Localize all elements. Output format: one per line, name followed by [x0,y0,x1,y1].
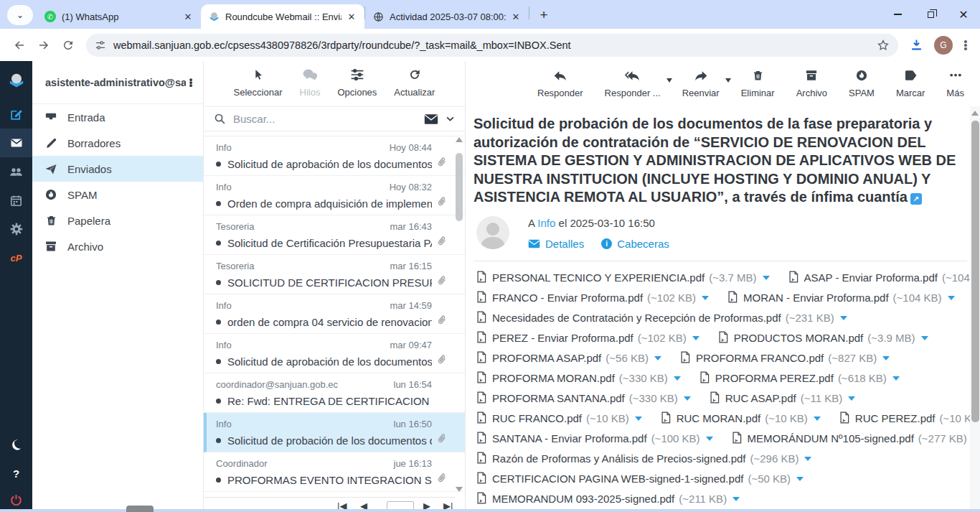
attachment-dropdown-icon[interactable] [796,477,804,481]
eliminarbutton[interactable]: Eliminar [741,68,775,106]
back-button[interactable] [7,33,32,57]
headers-link[interactable]: i Cabeceras [601,238,669,250]
attachment-name[interactable]: PERSONAL TECNICO Y EXPERIENCIA.pdf [492,271,705,284]
attachment-dropdown-icon[interactable] [674,376,681,381]
attachment-dropdown-icon[interactable] [702,296,709,300]
list-scrollbar[interactable] [455,137,463,495]
attachment-name[interactable]: PROFORMA PEREZ.pdf [715,372,834,384]
site-settings-icon[interactable] [95,39,106,51]
attachment-item[interactable]: PROFORMA ASAP.pdf(~56 KB) [476,351,661,366]
message-row[interactable]: InfoHoy 08:32Orden de compra adquisición… [204,176,465,215]
downloads-icon[interactable] [904,33,928,57]
mail-icon[interactable] [0,129,32,157]
settings-gear-icon[interactable] [0,215,32,243]
actualizar-button[interactable]: Actualizar [394,68,435,106]
new-tab-button[interactable]: + [534,5,554,25]
sidebar-item-borradores[interactable]: Borradores [32,130,203,156]
contacts-icon[interactable] [0,157,32,186]
message-row[interactable]: Tesoreriamar 16:15SOLICITUD DE CERTIFICA… [204,255,465,294]
sidebar-item-entrada[interactable]: Entrada [32,104,203,130]
attachment-item[interactable]: RUC FRANCO.pdf(~10 KB) [476,411,642,426]
attachment-dropdown-icon[interactable] [804,457,811,461]
message-row[interactable]: Infomar 14:59orden de compra 04 servicio… [204,294,465,334]
search-options-chevron-icon[interactable] [446,114,455,124]
attachment-item[interactable]: MEMORÁNDUM Nº105-signed.pdf(~277 KB) [732,432,980,446]
attachment-dropdown-icon[interactable] [948,296,955,300]
attachment-dropdown-icon[interactable] [840,316,847,320]
sidebar-item-enviados[interactable]: Enviados [32,156,203,182]
attachment-item[interactable]: MORAN - Enviar Proforma.pdf(~104 KB) [727,291,955,305]
attachment-name[interactable]: RUC ASAP.pdf [725,392,796,404]
attachment-name[interactable]: SANTANA - Enviar Proforma.pdf [492,432,647,444]
taskbar-app-icon[interactable] [126,506,154,512]
tab-whatsapp[interactable]: ✆ (1) WhatsApp ✕ [37,4,201,29]
attachment-item[interactable]: PROFORMA MORAN.pdf(~330 KB) [476,371,681,386]
attachment-dropdown-icon[interactable] [684,396,691,401]
account-menu-icon[interactable]: ••• [186,78,196,87]
tab-close-icon[interactable]: ✕ [346,11,357,22]
attachment-name[interactable]: MORAN - Enviar Proforma.pdf [743,292,889,304]
message-row[interactable]: InfoHoy 08:44Solicitud de aprobación de … [204,136,465,176]
cpanel-icon[interactable]: cP [0,243,32,272]
reader-scrollbar-thumb[interactable] [971,121,979,422]
responderbutton[interactable]: Responder [537,68,583,106]
sidebar-item-spam[interactable]: SPAM [32,182,203,208]
attachment-dropdown-icon[interactable] [848,396,855,401]
attachment-item[interactable]: Razón de Proformas y Análisis de Precios… [476,452,811,466]
restore-button[interactable] [914,0,947,29]
archivobutton[interactable]: Archivo [796,68,827,106]
opciones-button[interactable]: Opciones [337,68,377,106]
sidebar-item-archivo[interactable]: Archivo [32,233,203,259]
scroll-up-icon[interactable] [971,111,979,116]
tab-strip-chevron-icon[interactable]: ⌄ [7,5,33,25]
dropdown-caret-icon[interactable] [725,78,731,83]
scroll-down-icon[interactable] [456,487,463,492]
message-row[interactable]: Coordinadorjue 16:13PROFORMAS EVENTO INT… [204,452,465,492]
attachment-item[interactable]: Necesidades de Contratación y Recepción … [476,311,847,325]
attachment-name[interactable]: PROFORMA SANTANA.pdf [492,392,625,404]
attachment-item[interactable]: CERTIFICACION PAGINA WEB-signed-1-signed… [476,472,804,486]
attachment-item[interactable]: RUC MORAN.pdf(~10 KB) [661,411,821,426]
attachment-dropdown-icon[interactable] [763,276,770,280]
attachment-item[interactable]: RUC ASAP.pdf(~11 KB) [710,391,855,406]
reenviarbutton[interactable]: Reenviar [682,68,720,106]
sidebar-item-papelera[interactable]: Papelera [32,208,203,233]
attachment-name[interactable]: PROFORMA ASAP.pdf [492,352,601,364]
logout-power-icon[interactable] [0,488,32,512]
attachment-name[interactable]: Razón de Proformas y Análisis de Precios… [492,452,746,465]
attachment-dropdown-icon[interactable] [814,416,821,421]
message-row[interactable]: coordinador@sanjuan.gob.eclun 16:54Re: F… [204,373,465,413]
attachment-name[interactable]: RUC PEREZ.pdf [855,412,936,424]
recipient-link[interactable]: Info [537,217,555,229]
attachment-item[interactable]: SANTANA - Enviar Proforma.pdf(~100 KB) [476,432,713,446]
attachment-name[interactable]: Necesidades de Contratación y Recepción … [492,312,781,324]
attachment-name[interactable]: PROFORMA MORAN.pdf [492,372,615,384]
list-scrollbar-thumb[interactable] [456,153,463,221]
attachment-item[interactable]: PRODUCTOS MORAN.pdf(~3.9 MB) [718,331,928,345]
attachment-name[interactable]: RUC FRANCO.pdf [492,412,582,424]
attachment-item[interactable]: PEREZ - Enviar Proforma.pdf(~102 KB) [476,331,699,345]
attachment-item[interactable]: PROFORMA FRANCO.pdf(~827 KB) [680,351,890,366]
spambutton[interactable]: SPAM [849,68,875,106]
attachment-dropdown-icon[interactable] [892,376,900,381]
tab-close-icon[interactable]: ✕ [510,11,522,22]
profile-avatar[interactable]: G [934,36,953,55]
attachment-name[interactable]: PEREZ - Enviar Proforma.pdf [492,332,633,344]
attachment-name[interactable]: PROFORMA FRANCO.pdf [696,352,824,364]
dropdown-caret-icon[interactable] [666,78,672,83]
reader-scrollbar[interactable] [970,106,980,512]
attachment-item[interactable]: RUC PEREZ.pdf(~10 KB) [839,411,980,426]
details-link[interactable]: Detalles [528,238,584,250]
browser-menu-icon[interactable]: ••• [958,39,973,50]
attachment-dropdown-icon[interactable] [654,356,661,360]
attachment-dropdown-icon[interactable] [921,336,928,340]
attachment-item[interactable]: PERSONAL TECNICO Y EXPERIENCIA.pdf(~3.7 … [476,271,770,285]
compose-icon[interactable] [0,100,32,129]
search-scope-envelope-icon[interactable] [424,113,438,125]
attachment-item[interactable]: MEMORANDUM 093-2025-signed.pdf(~211 KB) [476,492,740,506]
attachment-name[interactable]: PRODUCTOS MORAN.pdf [734,332,864,344]
external-link-icon[interactable]: ↗ [910,193,922,205]
attachment-dropdown-icon[interactable] [635,416,642,421]
attachment-name[interactable]: MEMORANDUM 093-2025-signed.pdf [492,493,674,505]
reload-button[interactable] [56,33,80,57]
